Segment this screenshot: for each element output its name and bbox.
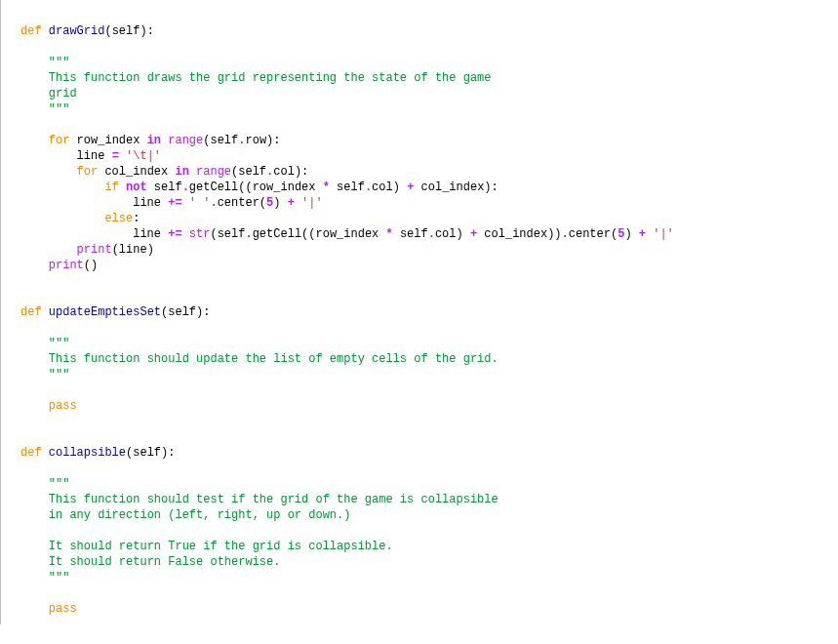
docstring-line: This function should test if the grid of… <box>20 493 499 506</box>
keyword-if: if <box>104 181 118 194</box>
docstring-close: """ <box>20 102 69 116</box>
line: def updateEmptiesSet(self): <box>20 305 210 319</box>
function-name: drawGrid <box>49 24 105 38</box>
docstring-line: It should return False otherwise. <box>20 555 280 569</box>
signature: (self): <box>161 305 210 319</box>
line: print(line) <box>20 243 154 257</box>
blank-line <box>20 274 27 288</box>
docstring-line: This function should update the list of … <box>20 352 499 366</box>
line: pass <box>20 602 77 616</box>
line: print() <box>20 259 98 272</box>
signature: (self): <box>126 446 175 460</box>
blank-line <box>20 383 27 397</box>
line: pass <box>20 399 77 413</box>
blank-line <box>20 430 27 444</box>
keyword-in: in <box>175 165 188 179</box>
blank-line <box>20 40 27 54</box>
blank-line <box>20 462 27 475</box>
docstring-close: """ <box>20 368 69 382</box>
keyword-pass: pass <box>49 399 77 413</box>
signature: (self): <box>104 24 153 38</box>
string-literal: '\t|' <box>126 149 161 163</box>
docstring-line: It should return True if the grid is col… <box>20 540 393 553</box>
string-literal: '|' <box>653 227 674 241</box>
builtin-print: print <box>49 259 84 272</box>
builtin-range: range <box>168 134 203 147</box>
string-literal: ' ' <box>189 196 211 210</box>
docstring-line <box>20 524 49 538</box>
line: else: <box>20 212 140 225</box>
line: line = '\t|' <box>20 149 161 163</box>
docstring-open: """ <box>20 337 69 350</box>
builtin-str: str <box>189 227 211 241</box>
docstring-open: """ <box>20 477 69 491</box>
docstring-line: grid <box>20 87 77 101</box>
line: line += ' '.center(5) + '|' <box>20 196 323 210</box>
space <box>42 24 49 38</box>
keyword-for: for <box>77 165 99 179</box>
keyword-pass: pass <box>49 602 77 616</box>
builtin-range: range <box>196 165 231 179</box>
blank-line <box>20 118 27 132</box>
keyword-def: def <box>20 305 42 319</box>
string-literal: '|' <box>301 196 323 210</box>
keyword-not: not <box>126 181 147 194</box>
keyword-def: def <box>20 446 42 460</box>
function-name: updateEmptiesSet <box>49 305 161 319</box>
line: def collapsible(self): <box>20 446 175 460</box>
function-name: collapsible <box>49 446 126 460</box>
keyword-for: for <box>49 134 70 147</box>
line: for row_index in range(self.row): <box>20 134 281 147</box>
keyword-def: def <box>20 24 42 38</box>
line: def drawGrid(self): <box>20 24 154 38</box>
blank-line <box>20 415 27 428</box>
docstring-line: in any direction (left, right, up or dow… <box>20 508 350 522</box>
line: for col_index in range(self.col): <box>20 165 308 179</box>
keyword-else: else <box>104 212 133 225</box>
docstring-open: """ <box>20 56 69 69</box>
blank-line <box>20 586 27 600</box>
code-block: def drawGrid(self): """ This function dr… <box>0 0 838 624</box>
keyword-in: in <box>147 134 161 147</box>
builtin-print: print <box>77 243 112 257</box>
docstring-close: """ <box>20 571 69 584</box>
line: line += str(self.getCell((row_index * se… <box>20 227 674 241</box>
line: if not self.getCell((row_index * self.co… <box>20 181 499 194</box>
docstring-line: This function draws the grid representin… <box>20 71 492 85</box>
blank-line <box>20 321 27 335</box>
blank-line <box>20 290 27 303</box>
